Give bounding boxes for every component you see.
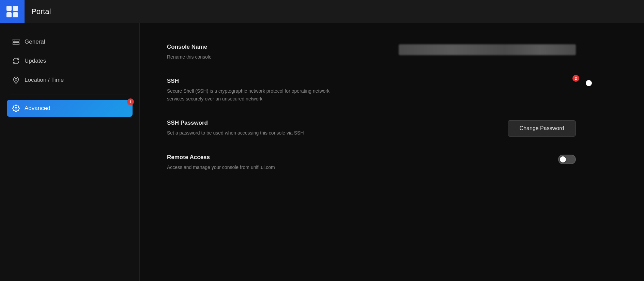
setting-remote-access: Remote Access Access and manage your con… [167, 154, 576, 171]
change-password-button[interactable]: Change Password [508, 120, 576, 137]
ssh-password-control: Change Password [508, 120, 576, 137]
server-icon [12, 38, 20, 46]
sidebar-item-updates[interactable]: Updates [7, 52, 133, 69]
sidebar-item-general[interactable]: General [7, 33, 133, 50]
sidebar-item-advanced-label: Advanced [25, 105, 50, 112]
location-icon [12, 76, 20, 84]
setting-ssh: SSH Secure Shell (SSH) is a cryptographi… [167, 78, 576, 103]
console-name-description: Rename this console [167, 53, 212, 61]
svg-point-3 [14, 43, 15, 44]
svg-rect-1 [13, 43, 19, 45]
console-name-info: Console Name Rename this console [167, 44, 212, 61]
ssh-label: SSH [167, 78, 337, 84]
setting-ssh-password: SSH Password Set a password to be used w… [167, 120, 576, 137]
ssh-password-label: SSH Password [167, 120, 304, 126]
sidebar-divider [10, 94, 129, 94]
remote-access-toggle-track [558, 155, 576, 164]
ssh-password-description: Set a password to be used when accessing… [167, 129, 304, 137]
sidebar-item-advanced[interactable]: Advanced 1 [7, 100, 133, 117]
remote-access-description: Access and manage your console from unif… [167, 163, 275, 171]
svg-rect-0 [13, 39, 19, 41]
svg-point-2 [14, 40, 15, 41]
console-name-label: Console Name [167, 44, 212, 50]
app-title: Portal [31, 7, 51, 16]
setting-console-name: Console Name Rename this console [167, 44, 576, 61]
ssh-password-info: SSH Password Set a password to be used w… [167, 120, 304, 137]
sidebar-item-general-label: General [25, 38, 45, 45]
remote-access-toggle[interactable] [558, 155, 576, 164]
sidebar-item-location-time-label: Location / Time [25, 77, 64, 83]
logo-cell-2 [13, 6, 18, 11]
remote-access-control [558, 155, 576, 164]
svg-point-4 [15, 78, 17, 80]
remote-access-info: Remote Access Access and manage your con… [167, 154, 275, 171]
ssh-description: Secure Shell (SSH) is a cryptographic ne… [167, 87, 337, 103]
content-area: Console Name Rename this console SSH Sec… [140, 23, 644, 281]
console-name-control [399, 44, 576, 55]
logo-grid [6, 6, 18, 17]
refresh-icon [12, 57, 20, 65]
sidebar-item-location-time[interactable]: Location / Time [7, 72, 133, 89]
logo-cell-1 [6, 6, 12, 11]
advanced-badge: 1 [127, 98, 134, 105]
ssh-toggle-thumb [586, 80, 592, 86]
console-name-input[interactable] [399, 44, 576, 55]
remote-access-toggle-thumb [560, 156, 566, 162]
main-layout: General Updates Location / [0, 23, 644, 281]
ssh-badge: 2 [572, 75, 579, 82]
header: Portal [0, 0, 644, 23]
logo-cell-4 [13, 12, 18, 17]
logo-cell-3 [6, 12, 12, 17]
sidebar: General Updates Location / [0, 23, 140, 281]
ssh-info: SSH Secure Shell (SSH) is a cryptographi… [167, 78, 337, 103]
remote-access-label: Remote Access [167, 154, 275, 161]
gear-icon [12, 105, 20, 112]
logo [0, 0, 25, 23]
sidebar-item-updates-label: Updates [25, 58, 46, 64]
svg-point-5 [15, 107, 17, 109]
